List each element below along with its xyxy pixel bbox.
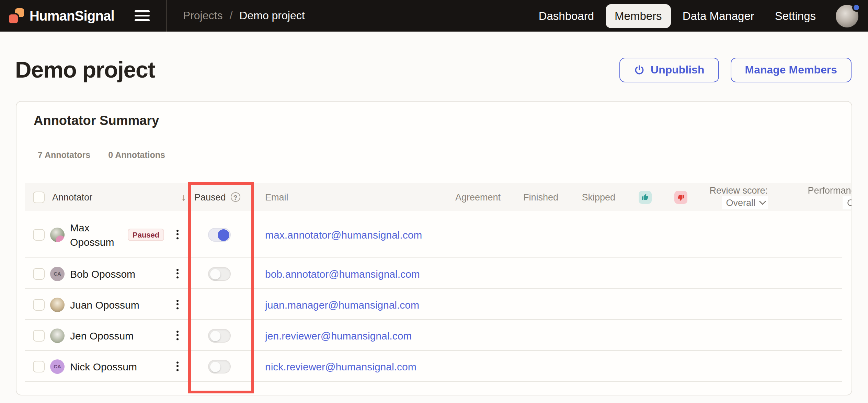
kebab-menu-icon[interactable] — [174, 227, 181, 242]
select-all-checkbox[interactable] — [33, 191, 45, 203]
thumb-down-icon — [674, 191, 687, 204]
card-title: Annotator Summary — [34, 113, 159, 128]
review-score-label: Review score: — [709, 185, 768, 196]
status-dot — [852, 3, 860, 11]
nav-dashboard[interactable]: Dashboard — [530, 4, 603, 28]
page-title: Demo project — [15, 58, 155, 82]
hamburger-menu-icon[interactable] — [135, 8, 150, 24]
header-email: Email — [265, 183, 288, 211]
select-all-checkbox-wrap — [33, 183, 45, 211]
annotator-name: Max Opossum — [70, 220, 111, 249]
nav-settings[interactable]: Settings — [766, 4, 825, 28]
breadcrumb-current: Demo project — [239, 10, 305, 22]
breadcrumb: Projects / Demo project — [183, 10, 305, 22]
performance-select[interactable]: O — [843, 196, 852, 209]
user-avatar[interactable] — [836, 4, 858, 27]
nav-data-manager[interactable]: Data Manager — [674, 4, 763, 28]
thumb-up-icon — [639, 191, 652, 204]
breadcrumb-separator: / — [229, 10, 232, 22]
kebab-menu-icon[interactable] — [174, 359, 181, 373]
manage-members-label: Manage Members — [745, 64, 837, 76]
annotations-count: 0 Annotations — [108, 150, 165, 160]
email-link[interactable]: max.annotator@humansignal.com — [265, 229, 422, 240]
header-agreement: Agreement — [455, 183, 501, 211]
unpublish-label: Unpublish — [651, 64, 704, 76]
toggle-knob — [210, 331, 220, 341]
email-link[interactable]: nick.reviewer@humansignal.com — [265, 360, 416, 372]
header-performance: Performanc O — [790, 185, 852, 209]
avatar-initials: CA — [50, 266, 65, 281]
header-annotator: Annotator — [52, 183, 92, 211]
avatar — [50, 227, 65, 242]
annotator-name: Jen Opossum — [70, 328, 134, 343]
header-skipped: Skipped — [582, 183, 615, 211]
review-score-value: Overall — [726, 197, 755, 209]
topbar-divider — [167, 0, 167, 32]
toggle-knob — [218, 229, 229, 241]
table-row: Max Opossum Paused max.annotator@humansi… — [16, 211, 852, 258]
header-paused: Paused ? — [194, 183, 240, 211]
toggle-knob — [210, 269, 220, 279]
table-row: CA Bob Opossom bob.annotator@humansignal… — [16, 258, 852, 289]
table-row: Juan Opossum juan.manager@humansignal.co… — [16, 289, 852, 320]
annotator-name: Bob Opossom — [70, 266, 135, 281]
kebab-menu-icon[interactable] — [174, 328, 181, 343]
header-thumb-up — [639, 183, 652, 211]
avatar — [50, 328, 65, 343]
sort-descending-icon[interactable]: ↓ — [181, 183, 186, 211]
chevron-down-icon — [759, 200, 766, 205]
annotator-name: Nick Opossum — [70, 359, 137, 373]
header-finished: Finished — [523, 183, 558, 211]
row-checkbox[interactable] — [33, 360, 45, 372]
header-paused-label: Paused — [194, 192, 226, 202]
breadcrumb-projects[interactable]: Projects — [183, 10, 223, 22]
toggle-knob — [210, 361, 220, 372]
row-checkbox[interactable] — [33, 268, 45, 279]
row-checkbox[interactable] — [33, 330, 45, 341]
table-row: CA Nick Opossum nick.reviewer@humansigna… — [16, 351, 852, 382]
members-page: HumanSignal Projects / Demo project Dash… — [0, 0, 868, 403]
paused-toggle[interactable] — [208, 329, 231, 342]
brand-name: HumanSignal — [30, 8, 114, 24]
summary-stats: 7 Annotators 0 Annotations — [38, 150, 165, 160]
unpublish-button[interactable]: Unpublish — [619, 58, 719, 82]
paused-toggle[interactable] — [208, 359, 231, 373]
top-bar: HumanSignal Projects / Demo project Dash… — [0, 0, 868, 32]
kebab-menu-icon[interactable] — [174, 297, 181, 312]
annotators-count: 7 Annotators — [38, 150, 90, 160]
email-link[interactable]: juan.manager@humansignal.com — [265, 299, 419, 310]
nav-members[interactable]: Members — [606, 4, 671, 28]
annotator-summary-card: Annotator Summary 7 Annotators 0 Annotat… — [16, 101, 852, 395]
brand-logo[interactable]: HumanSignal — [9, 8, 114, 24]
header-review-score: Review score: Overall — [709, 185, 768, 209]
humansignal-logo-icon — [9, 8, 24, 23]
manage-members-button[interactable]: Manage Members — [730, 58, 852, 82]
table-row: Jen Opossum jen.reviewer@humansignal.com — [16, 320, 852, 351]
review-score-select[interactable]: Overall — [722, 196, 768, 209]
row-checkbox[interactable] — [33, 299, 45, 310]
header-thumb-down — [674, 183, 687, 211]
power-icon — [633, 65, 644, 76]
avatar — [50, 297, 65, 312]
header-actions: Unpublish Manage Members — [619, 58, 852, 82]
performance-value: O — [847, 197, 852, 209]
row-separator — [25, 381, 842, 382]
annotator-name: Juan Opossum — [70, 297, 139, 312]
paused-toggle[interactable] — [208, 267, 231, 280]
email-link[interactable]: jen.reviewer@humansignal.com — [265, 330, 412, 341]
avatar-initials: CA — [50, 359, 65, 373]
paused-badge: Paused — [128, 228, 164, 241]
kebab-menu-icon[interactable] — [174, 266, 181, 281]
performance-label: Performanc — [790, 185, 852, 196]
page-header: Demo project Unpublish Manage Members — [15, 58, 852, 82]
top-nav: Dashboard Members Data Manager Settings — [530, 4, 825, 28]
row-checkbox[interactable] — [33, 229, 45, 240]
help-icon[interactable]: ? — [231, 192, 240, 202]
paused-toggle[interactable] — [208, 228, 231, 241]
email-link[interactable]: bob.annotator@humansignal.com — [265, 268, 420, 279]
